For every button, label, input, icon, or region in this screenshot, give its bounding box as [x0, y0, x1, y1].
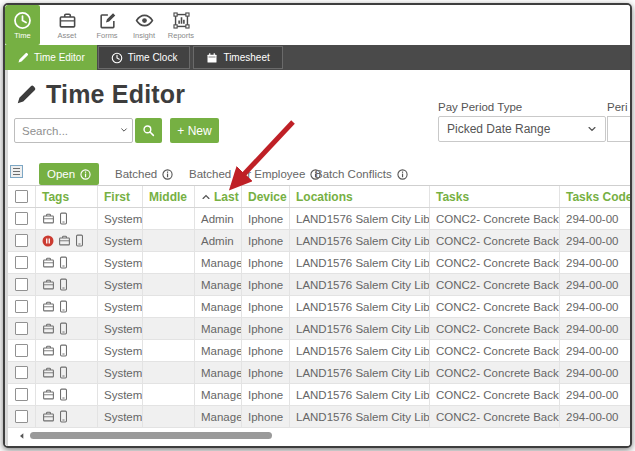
- cell-device: Iphone: [242, 406, 290, 427]
- search-row: + New: [14, 118, 219, 143]
- cell-device: Iphone: [242, 252, 290, 273]
- chevron-down-icon[interactable]: [120, 126, 128, 134]
- row-checkbox[interactable]: [15, 366, 28, 379]
- mobile-icon: [59, 322, 68, 335]
- toolbar-item-time[interactable]: Time: [5, 5, 40, 45]
- table-row[interactable]: System Manager Iphone LAND1576 Salem Cit…: [8, 340, 630, 362]
- select-all-checkbox[interactable]: [15, 190, 28, 203]
- calendar-icon: [206, 52, 218, 64]
- grid-toggle-button[interactable]: [10, 165, 23, 178]
- table-row[interactable]: System Manager Iphone LAND1576 Salem Cit…: [8, 252, 630, 274]
- cell-tasks: CONC2- Concrete Backfill: [430, 384, 560, 405]
- column-header-tasks-code[interactable]: Tasks Code: [560, 186, 630, 207]
- table-row[interactable]: System Manager Iphone LAND1576 Salem Cit…: [8, 274, 630, 296]
- row-checkbox[interactable]: [15, 256, 28, 269]
- nav-tab-timesheet[interactable]: Timesheet: [193, 46, 282, 69]
- mobile-icon: [59, 300, 68, 313]
- cell-last: Manager: [195, 384, 242, 405]
- column-header-last[interactable]: Last: [195, 186, 242, 207]
- pause-icon: [42, 235, 54, 247]
- table-row[interactable]: System Admin Iphone LAND1576 Salem City …: [8, 230, 630, 252]
- cell-locations: LAND1576 Salem City Library: [290, 296, 430, 317]
- tab-batched[interactable]: Batched: [107, 163, 181, 185]
- cell-tasks-code: 294-00-00: [560, 296, 630, 317]
- mobile-icon: [59, 344, 68, 357]
- cell-tasks: CONC2- Concrete Backfill: [430, 296, 560, 317]
- cell-first: System: [98, 252, 143, 273]
- row-checkbox[interactable]: [15, 344, 28, 357]
- table-row[interactable]: System Manager Iphone LAND1576 Salem Cit…: [8, 406, 630, 428]
- cell-tasks-code: 294-00-00: [560, 340, 630, 361]
- screenshot-root: Time Asset Forms Insight Reports: [0, 0, 635, 451]
- briefcase-icon: [42, 344, 55, 357]
- column-header-tags[interactable]: Tags: [36, 186, 98, 207]
- row-checkbox[interactable]: [15, 410, 28, 423]
- cell-middle: [143, 274, 195, 295]
- search-input[interactable]: [14, 118, 133, 143]
- row-checkbox[interactable]: [15, 322, 28, 335]
- briefcase-icon: [42, 388, 55, 401]
- table-header-row: Tags First Middle Last Device Locations …: [8, 186, 630, 208]
- clock-icon: [111, 52, 123, 64]
- briefcase-icon: [58, 234, 71, 247]
- cell-tasks-code: 294-00-00: [560, 252, 630, 273]
- pay-period-type-select[interactable]: Picked Date Range: [438, 116, 606, 142]
- cell-middle: [143, 208, 195, 229]
- column-header-middle[interactable]: Middle: [143, 186, 195, 207]
- toolbar-item-asset[interactable]: Asset: [49, 5, 85, 45]
- row-checkbox[interactable]: [15, 300, 28, 313]
- chevron-down-icon: [587, 124, 597, 134]
- row-checkbox-cell: [8, 384, 36, 405]
- cell-tasks-code: 294-00-00: [560, 208, 630, 229]
- table-row[interactable]: System Manager Iphone LAND1576 Salem Cit…: [8, 296, 630, 318]
- search-button[interactable]: [135, 118, 162, 143]
- new-button[interactable]: + New: [170, 118, 219, 143]
- cell-last: Manager: [195, 274, 242, 295]
- cell-middle: [143, 384, 195, 405]
- scrollbar-thumb[interactable]: [30, 432, 272, 439]
- pencil-icon: [15, 84, 37, 106]
- table-row[interactable]: System Manager Iphone LAND1576 Salem Cit…: [8, 362, 630, 384]
- briefcase-icon: [42, 300, 55, 313]
- row-checkbox[interactable]: [15, 278, 28, 291]
- column-header-device[interactable]: Device: [242, 186, 290, 207]
- cell-tags: [36, 318, 98, 339]
- pencil-icon: [17, 52, 29, 64]
- horizontal-scrollbar: [5, 431, 630, 440]
- row-checkbox[interactable]: [15, 234, 28, 247]
- table-row[interactable]: System Manager Iphone LAND1576 Salem Cit…: [8, 384, 630, 406]
- table-row[interactable]: System Manager Iphone LAND1576 Salem Cit…: [8, 318, 630, 340]
- briefcase-icon: [42, 366, 55, 379]
- column-header-tasks[interactable]: Tasks: [430, 186, 560, 207]
- nav-tab-label: Time Editor: [34, 52, 85, 63]
- cell-tasks: CONC2- Concrete Backfill: [430, 230, 560, 251]
- period-field-partial[interactable]: [607, 116, 632, 142]
- row-checkbox-cell: [8, 252, 36, 273]
- nav-tab-time-clock[interactable]: Time Clock: [98, 46, 191, 69]
- table-row[interactable]: System Admin Iphone LAND1576 Salem City …: [8, 208, 630, 230]
- app-window: Time Asset Forms Insight Reports: [3, 3, 632, 448]
- nav-tab-label: Time Clock: [128, 52, 178, 63]
- column-header-first[interactable]: First: [98, 186, 143, 207]
- column-header-locations[interactable]: Locations: [290, 186, 430, 207]
- cell-first: System: [98, 274, 143, 295]
- row-checkbox-cell: [8, 208, 36, 229]
- cell-tags: [36, 208, 98, 229]
- scroll-left-icon[interactable]: [18, 432, 26, 440]
- mobile-icon: [59, 410, 68, 423]
- cell-tasks: CONC2- Concrete Backfill: [430, 252, 560, 273]
- cell-tasks: CONC2- Concrete Backfill: [430, 362, 560, 383]
- cell-middle: [143, 252, 195, 273]
- toolbar-item-forms[interactable]: Forms: [89, 5, 125, 45]
- row-checkbox-cell: [8, 340, 36, 361]
- cell-locations: LAND1576 Salem City Library: [290, 274, 430, 295]
- toolbar-item-reports[interactable]: Reports: [163, 5, 199, 45]
- row-checkbox[interactable]: [15, 212, 28, 225]
- content-area: Time Editor + New Pay Period Type Picked…: [5, 70, 630, 446]
- tab-batch-conflicts[interactable]: Batch Conflicts: [307, 163, 416, 185]
- tab-open[interactable]: Open: [39, 163, 99, 185]
- nav-tab-time-editor[interactable]: Time Editor: [5, 45, 97, 70]
- row-checkbox[interactable]: [15, 388, 28, 401]
- briefcase-icon: [58, 11, 77, 30]
- toolbar-item-insight[interactable]: Insight: [126, 5, 162, 45]
